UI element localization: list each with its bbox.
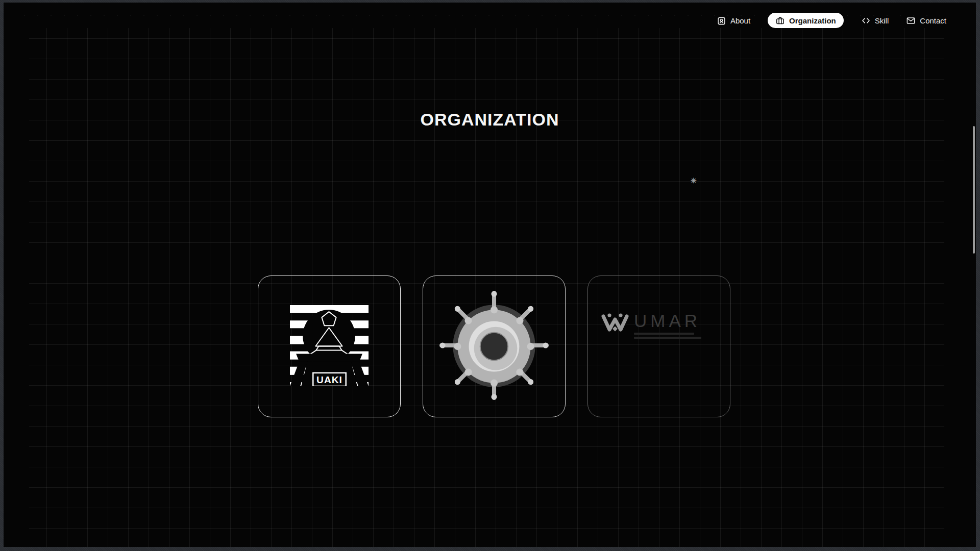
mail-icon xyxy=(906,16,916,26)
uaki-logo-text: UAKI xyxy=(316,374,342,385)
code-icon xyxy=(861,16,871,26)
nav-item-label: Organization xyxy=(789,16,836,25)
nav-item-organization[interactable]: Organization xyxy=(768,13,844,28)
nav-item-label: About xyxy=(730,16,750,25)
uaki-logo: UAKI xyxy=(289,305,370,388)
vertical-scrollbar-thumb[interactable] xyxy=(973,126,975,254)
organization-card-umar[interactable]: UMAR xyxy=(587,276,730,417)
organization-card-uaki[interactable]: UAKI xyxy=(258,276,401,417)
umar-wordmark: UMAR xyxy=(634,312,701,341)
nav-item-contact[interactable]: Contact xyxy=(906,13,946,28)
ship-helm-logo xyxy=(437,289,551,404)
umar-monogram-icon xyxy=(600,312,630,337)
umar-tagline-lines xyxy=(634,333,701,339)
top-navigation: About Organization Skill xyxy=(717,13,946,28)
nav-item-about[interactable]: About xyxy=(717,13,750,28)
nav-item-label: Contact xyxy=(920,16,946,25)
tagline-line xyxy=(634,333,694,335)
briefcase-icon xyxy=(775,16,785,26)
nav-item-skill[interactable]: Skill xyxy=(861,13,889,28)
page-background: About Organization Skill xyxy=(4,3,976,547)
tagline-line xyxy=(634,337,701,339)
id-badge-icon xyxy=(717,16,726,26)
sparkle-decoration: ✳ xyxy=(691,177,697,184)
page-title: ORGANIZATION xyxy=(4,110,976,129)
organization-cards: UAKI xyxy=(258,276,730,417)
umar-logo-text: UMAR xyxy=(634,312,701,330)
nav-item-label: Skill xyxy=(875,16,889,25)
umar-logo: UMAR xyxy=(600,312,701,341)
organization-card-helm[interactable] xyxy=(423,276,566,417)
